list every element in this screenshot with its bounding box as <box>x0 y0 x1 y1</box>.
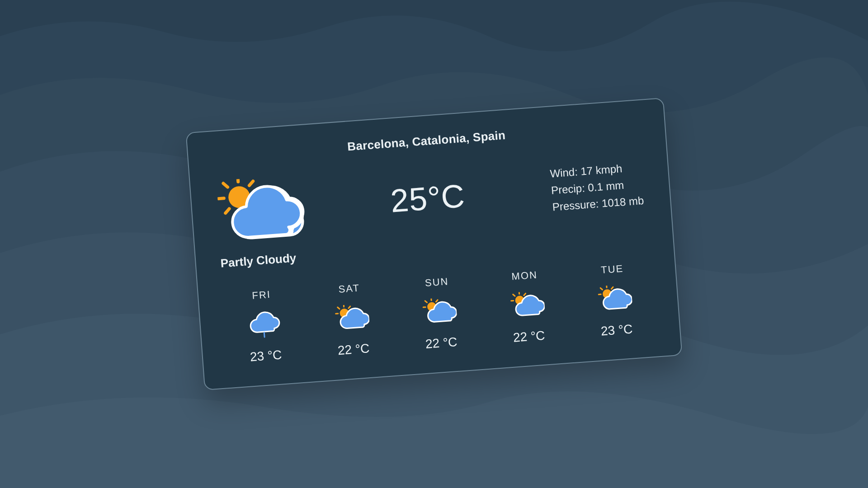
forecast-day-label: SAT <box>338 282 360 295</box>
drizzle-icon <box>245 310 282 340</box>
svg-line-6 <box>218 198 224 199</box>
partly-cloudy-icon <box>596 284 633 314</box>
forecast-day: SAT 22 °C <box>311 280 393 360</box>
svg-line-26 <box>611 287 613 289</box>
forecast-day-temp: 23 °C <box>600 322 633 338</box>
partly-cloudy-icon <box>333 303 370 334</box>
forecast-day: MON 22 °C <box>486 267 568 347</box>
partly-cloudy-icon <box>508 291 545 321</box>
current-condition-label: Partly Cloudy <box>220 251 297 270</box>
svg-line-21 <box>524 293 525 295</box>
forecast-day: FRI 23 °C <box>223 286 305 366</box>
current-details: Wind: 17 kmph Precip: 0.1 mm Pressure: 1… <box>549 159 644 216</box>
forecast-row: FRI 23 °C SAT <box>220 261 658 366</box>
svg-line-17 <box>425 300 427 302</box>
partly-cloudy-icon <box>420 297 458 328</box>
forecast-day-label: FRI <box>252 289 271 302</box>
current-temperature: 25°C <box>312 171 543 225</box>
svg-line-11 <box>348 306 350 308</box>
forecast-day-temp: 22 °C <box>513 328 545 345</box>
svg-line-3 <box>249 181 254 186</box>
svg-line-7 <box>225 209 230 213</box>
forecast-day-temp: 22 °C <box>337 341 370 358</box>
svg-line-27 <box>600 288 602 290</box>
svg-line-8 <box>264 333 264 337</box>
svg-line-5 <box>223 183 228 188</box>
weather-card: Barcelona, Catalonia, Spain <box>185 98 682 390</box>
svg-line-16 <box>436 300 438 302</box>
partly-cloudy-icon <box>216 174 307 249</box>
forecast-day: SUN 22 °C <box>398 274 481 353</box>
forecast-day-temp: 23 °C <box>250 347 282 364</box>
svg-line-22 <box>513 294 514 296</box>
svg-line-12 <box>337 307 339 309</box>
forecast-day-temp: 22 °C <box>425 335 458 352</box>
forecast-day: TUE 23 °C <box>573 261 656 340</box>
svg-line-2 <box>238 176 238 182</box>
forecast-day-label: SUN <box>425 276 449 289</box>
forecast-day-label: TUE <box>600 263 624 276</box>
forecast-day-label: MON <box>511 269 538 282</box>
current-weather-row: Partly Cloudy 25°C Wind: 17 kmph Precip:… <box>212 149 651 271</box>
